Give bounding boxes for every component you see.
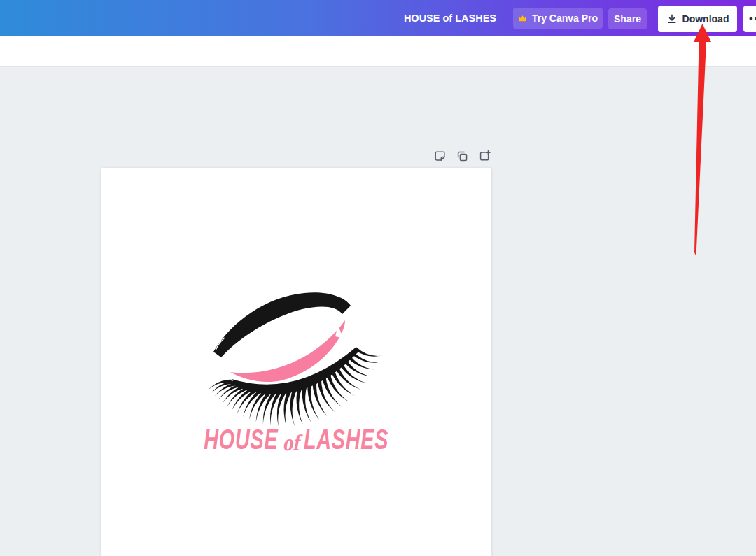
lashes-group xyxy=(209,348,382,427)
share-label: Share xyxy=(614,13,641,24)
more-options-icon: •• xyxy=(749,13,756,25)
crown-icon xyxy=(518,15,527,22)
more-options-button[interactable]: •• xyxy=(743,6,756,32)
download-label: Download xyxy=(682,13,729,24)
notes-icon xyxy=(433,150,447,163)
add-notes-button[interactable] xyxy=(433,148,447,164)
page-toolbar xyxy=(427,148,491,165)
download-button[interactable]: Download xyxy=(658,6,737,32)
logo-text[interactable]: HOUSE of LASHES xyxy=(102,424,491,455)
lash-logo-graphic xyxy=(102,168,491,556)
editor-toolbar-strip xyxy=(0,36,756,67)
duplicate-page-icon xyxy=(456,150,469,163)
duplicate-page-button[interactable] xyxy=(455,148,469,164)
try-canva-pro-label: Try Canva Pro xyxy=(532,13,598,24)
logo-word-house: HOUSE xyxy=(204,424,279,455)
canvas-workspace: HOUSE of LASHES + Add page 123% Help ? xyxy=(0,67,756,556)
topbar: HOUSE of LASHES Try Canva Pro Share Down… xyxy=(0,0,756,36)
download-icon xyxy=(666,13,678,24)
logo-word-of: of xyxy=(283,431,300,455)
design-page[interactable]: HOUSE of LASHES xyxy=(102,168,491,556)
add-page-icon-button[interactable] xyxy=(477,148,491,164)
logo-word-lashes: LASHES xyxy=(304,424,388,455)
try-canva-pro-button[interactable]: Try Canva Pro xyxy=(513,8,603,29)
document-title[interactable]: HOUSE of LASHES xyxy=(404,0,496,36)
add-page-icon xyxy=(478,150,491,163)
share-button[interactable]: Share xyxy=(608,8,647,29)
